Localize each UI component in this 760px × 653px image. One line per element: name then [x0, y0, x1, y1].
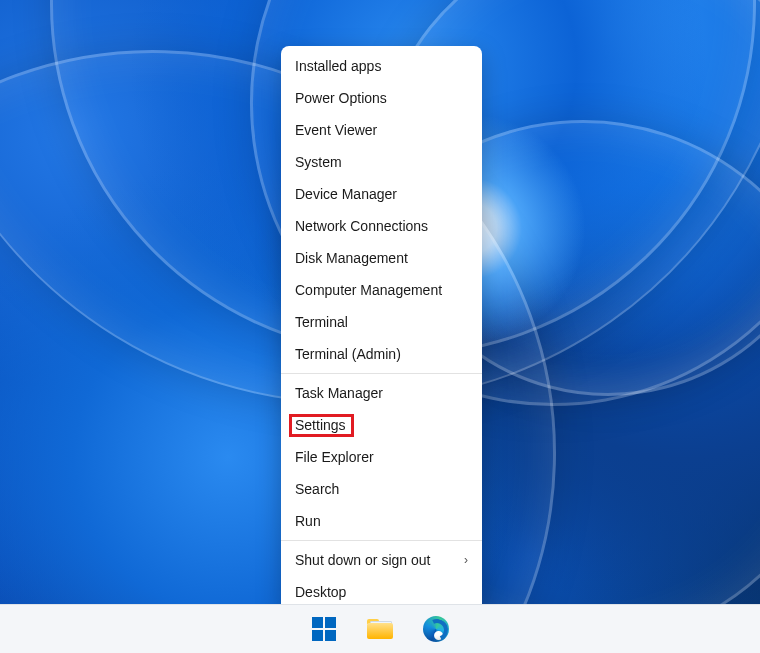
menu-item-terminal[interactable]: Terminal: [281, 306, 482, 338]
menu-item-label: Shut down or sign out: [295, 552, 430, 568]
menu-item-label: Run: [295, 513, 321, 529]
edge-button[interactable]: [416, 609, 456, 649]
menu-item-disk-management[interactable]: Disk Management: [281, 242, 482, 274]
menu-item-label: Search: [295, 481, 339, 497]
menu-item-label: Terminal: [295, 314, 348, 330]
menu-item-label: Settings: [295, 417, 346, 433]
menu-item-settings[interactable]: Settings: [281, 409, 482, 441]
menu-item-label: Task Manager: [295, 385, 383, 401]
menu-item-label: Power Options: [295, 90, 387, 106]
menu-item-task-manager[interactable]: Task Manager: [281, 377, 482, 409]
menu-item-system[interactable]: System: [281, 146, 482, 178]
menu-item-label: Disk Management: [295, 250, 408, 266]
menu-item-installed-apps[interactable]: Installed apps: [281, 50, 482, 82]
menu-item-label: Network Connections: [295, 218, 428, 234]
menu-item-label: Desktop: [295, 584, 346, 600]
menu-item-file-explorer[interactable]: File Explorer: [281, 441, 482, 473]
menu-item-device-manager[interactable]: Device Manager: [281, 178, 482, 210]
menu-item-label: Event Viewer: [295, 122, 377, 138]
microsoft-edge-icon: [423, 616, 449, 642]
winx-context-menu[interactable]: Installed appsPower OptionsEvent ViewerS…: [281, 46, 482, 612]
menu-item-computer-management[interactable]: Computer Management: [281, 274, 482, 306]
menu-item-run[interactable]: Run: [281, 505, 482, 537]
windows-start-icon: [312, 617, 336, 641]
file-explorer-icon: [367, 619, 393, 639]
menu-item-network-connections[interactable]: Network Connections: [281, 210, 482, 242]
menu-item-label: Device Manager: [295, 186, 397, 202]
file-explorer-button[interactable]: [360, 609, 400, 649]
menu-item-label: Computer Management: [295, 282, 442, 298]
menu-separator: [281, 373, 482, 374]
menu-item-label: System: [295, 154, 342, 170]
taskbar: [0, 604, 760, 653]
menu-item-terminal-admin[interactable]: Terminal (Admin): [281, 338, 482, 370]
start-button[interactable]: [304, 609, 344, 649]
menu-item-label: Installed apps: [295, 58, 381, 74]
menu-item-label: Terminal (Admin): [295, 346, 401, 362]
chevron-right-icon: ›: [464, 553, 468, 567]
menu-item-search[interactable]: Search: [281, 473, 482, 505]
menu-item-event-viewer[interactable]: Event Viewer: [281, 114, 482, 146]
menu-item-power-options[interactable]: Power Options: [281, 82, 482, 114]
menu-item-shut-down-or-sign-out[interactable]: Shut down or sign out›: [281, 544, 482, 576]
menu-separator: [281, 540, 482, 541]
menu-item-label: File Explorer: [295, 449, 374, 465]
